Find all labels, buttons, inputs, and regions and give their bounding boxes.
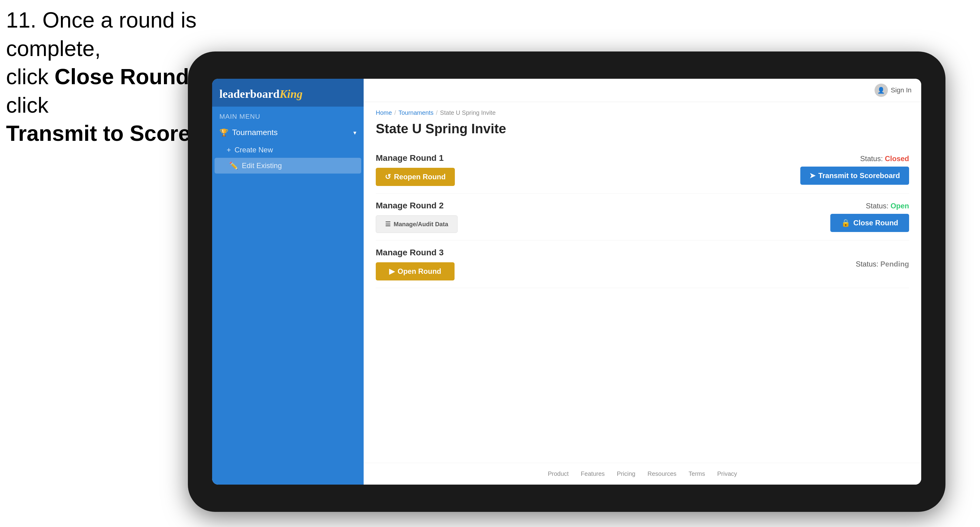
breadcrumb-sep2: / — [436, 110, 438, 116]
open-icon: ▶ — [389, 267, 395, 276]
top-bar: 👤 Sign In — [364, 79, 921, 102]
sign-in-label[interactable]: Sign In — [891, 86, 912, 94]
footer: Product Features Pricing Resources Terms… — [364, 463, 921, 484]
round-2-right: Status: Open 🔒 Close Round — [830, 202, 909, 232]
sidebar-logo: leaderboardKing — [212, 79, 364, 106]
round-2-section: Manage Round 2 ☰ Manage/Audit Data Statu… — [376, 194, 909, 240]
footer-privacy[interactable]: Privacy — [717, 470, 737, 477]
footer-features[interactable]: Features — [581, 470, 605, 477]
transmit-label: Transmit to Scoreboard — [818, 171, 900, 180]
round-1-title: Manage Round 1 — [376, 153, 455, 163]
transmit-scoreboard-button[interactable]: ➤ Transmit to Scoreboard — [800, 167, 909, 185]
audit-label: Manage/Audit Data — [394, 221, 448, 228]
close-round-button[interactable]: 🔒 Close Round — [830, 214, 909, 232]
breadcrumb-home[interactable]: Home — [376, 110, 392, 116]
logo: leaderboardKing — [220, 87, 356, 100]
round-2-title: Manage Round 2 — [376, 201, 458, 211]
reopen-round-button[interactable]: ↺ Reopen Round — [376, 168, 455, 186]
sidebar: leaderboardKing MAIN MENU 🏆 Tournaments … — [212, 79, 364, 484]
sidebar-edit-label: Edit Existing — [242, 162, 282, 170]
sidebar-tournaments-label: Tournaments — [232, 128, 278, 137]
reopen-icon: ↺ — [385, 173, 391, 181]
logo-main: leaderboard — [220, 87, 279, 100]
tablet-screen: leaderboardKing MAIN MENU 🏆 Tournaments … — [212, 79, 921, 484]
round-1-status-value: Closed — [885, 154, 909, 163]
footer-resources[interactable]: Resources — [648, 470, 677, 477]
round-1-status-label: Status: — [860, 154, 883, 163]
manage-audit-button[interactable]: ☰ Manage/Audit Data — [376, 215, 458, 233]
sidebar-create-new[interactable]: + Create New — [212, 142, 364, 158]
round-1-status: Status: Closed — [860, 154, 909, 163]
breadcrumb-sep1: / — [394, 110, 396, 116]
footer-terms[interactable]: Terms — [689, 470, 705, 477]
avatar: 👤 — [875, 84, 888, 97]
instruction-line1: 11. Once a round is complete, — [6, 8, 196, 60]
main-content: 👤 Sign In Home / Tournaments / State U S… — [364, 79, 921, 484]
round-3-status-label: Status: — [856, 260, 878, 268]
instruction-line2: click — [6, 65, 54, 89]
round-1-left: Manage Round 1 ↺ Reopen Round — [376, 153, 455, 186]
round-2-status-label: Status: — [866, 202, 888, 210]
sidebar-item-tournaments[interactable]: 🏆 Tournaments ▾ — [212, 123, 364, 142]
open-round-button[interactable]: ▶ Open Round — [376, 262, 455, 281]
round-3-status: Status: Pending — [856, 260, 909, 268]
page-content: Home / Tournaments / State U Spring Invi… — [364, 102, 921, 463]
trophy-icon: 🏆 — [220, 129, 229, 137]
sidebar-create-label: Create New — [235, 146, 273, 154]
round-3-left: Manage Round 3 ▶ Open Round — [376, 248, 455, 281]
footer-product[interactable]: Product — [548, 470, 569, 477]
footer-pricing[interactable]: Pricing — [617, 470, 635, 477]
breadcrumb-tournaments[interactable]: Tournaments — [398, 110, 434, 116]
page-title: State U Spring Invite — [376, 121, 909, 136]
audit-icon: ☰ — [385, 221, 391, 228]
sidebar-edit-existing[interactable]: ✏️ Edit Existing — [215, 158, 361, 173]
plus-icon: + — [227, 146, 231, 154]
close-icon: 🔒 — [841, 219, 850, 227]
round-1-section: Manage Round 1 ↺ Reopen Round Status: Cl… — [376, 146, 909, 194]
chevron-down-icon: ▾ — [353, 129, 356, 136]
tablet-device: leaderboardKing MAIN MENU 🏆 Tournaments … — [188, 51, 945, 512]
logo-king: King — [279, 87, 302, 100]
breadcrumb: Home / Tournaments / State U Spring Invi… — [376, 110, 909, 116]
round-3-right: Status: Pending — [856, 260, 909, 268]
menu-label: MAIN MENU — [212, 106, 364, 123]
edit-icon: ✏️ — [229, 162, 238, 170]
breadcrumb-current: State U Spring Invite — [440, 110, 495, 116]
round-1-right: Status: Closed ➤ Transmit to Scoreboard — [800, 154, 909, 185]
round-3-status-value: Pending — [880, 260, 909, 268]
round-2-status-value: Open — [891, 202, 909, 210]
app-layout: leaderboardKing MAIN MENU 🏆 Tournaments … — [212, 79, 921, 484]
instruction-bold1: Close Round — [54, 65, 189, 89]
round-3-section: Manage Round 3 ▶ Open Round Status: Pend… — [376, 240, 909, 288]
sign-in-area: 👤 Sign In — [875, 84, 912, 97]
transmit-icon: ➤ — [810, 171, 815, 180]
round-2-status: Status: Open — [866, 202, 909, 210]
open-label: Open Round — [398, 267, 441, 276]
reopen-label: Reopen Round — [394, 173, 446, 181]
close-label: Close Round — [853, 219, 898, 227]
round-2-left: Manage Round 2 ☰ Manage/Audit Data — [376, 201, 458, 233]
round-3-title: Manage Round 3 — [376, 248, 455, 257]
